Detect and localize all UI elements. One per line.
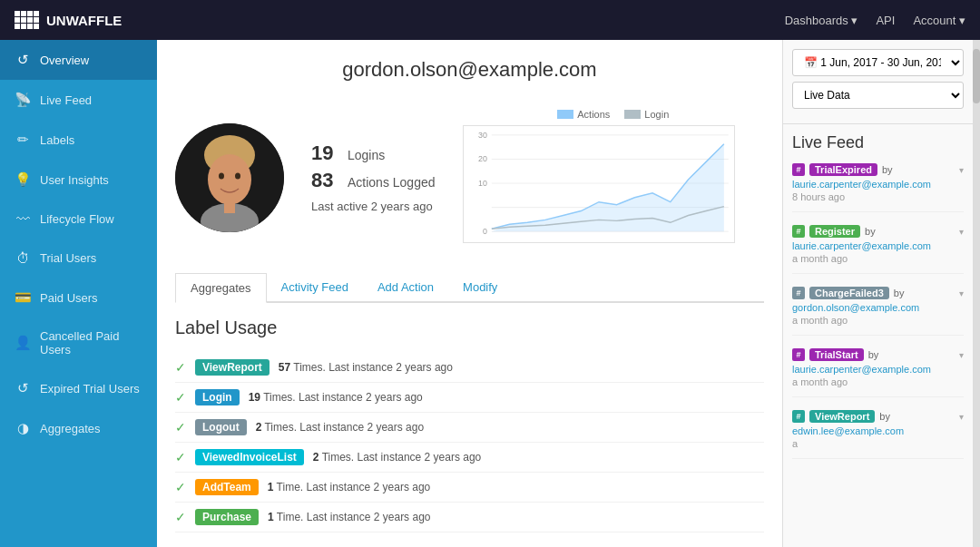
label-row: ✓ Purchase 1 Time. Last instance 2 years…	[175, 503, 764, 532]
logins-count: 19	[311, 142, 340, 165]
sidebar-label-insights: User Insights	[40, 173, 109, 187]
expand-icon[interactable]: ▾	[959, 350, 964, 360]
insights-icon: 💡	[15, 171, 31, 188]
label-row: ✓ ViewedInvoiceList 2 Times. Last instan…	[175, 443, 764, 473]
svg-text:30: 30	[478, 131, 487, 140]
api-link[interactable]: API	[876, 14, 895, 27]
right-panel: 📅 1 Jun, 2017 - 30 Jun, 2017 Live Data H…	[782, 40, 973, 547]
sidebar-label-trial: Trial Users	[40, 251, 96, 265]
expand-icon[interactable]: ▾	[959, 412, 964, 422]
sidebar-item-paid-users[interactable]: 💳 Paid Users	[0, 278, 157, 317]
label-badge: ViewedInvoiceList	[195, 449, 304, 465]
feed-by: by	[882, 164, 893, 175]
livefeed-title: Live Feed	[792, 133, 964, 152]
aggregates-icon: ◑	[15, 420, 31, 436]
tab-modify[interactable]: Modify	[448, 273, 512, 303]
feed-time: a month ago	[792, 315, 964, 326]
cancelled-icon: 👤	[15, 335, 31, 351]
feed-item: # TrialExpired by ▾ laurie.carpenter@exa…	[792, 163, 964, 212]
user-stats: 19 Logins 83 Actions Logged Last active …	[311, 142, 436, 213]
feed-hash-icon: #	[792, 410, 805, 423]
feed-event-row: # ViewReport by ▾	[792, 410, 964, 423]
account-link[interactable]: Account ▾	[913, 14, 965, 27]
check-icon: ✓	[175, 360, 186, 375]
expand-icon[interactable]: ▾	[959, 227, 964, 237]
feed-item: # ViewReport by ▾ edwin.lee@example.com …	[792, 410, 964, 459]
feed-time: 8 hours ago	[792, 191, 964, 202]
sidebar-label-overview: Overview	[40, 54, 89, 67]
label-badge: ViewReport	[195, 359, 270, 376]
data-type-select[interactable]: Live Data Historical Data	[792, 82, 964, 109]
label-usage-title: Label Usage	[175, 317, 764, 338]
sidebar-item-expired-trial-users[interactable]: ↺ Expired Trial Users	[0, 368, 157, 408]
scrollbar-track[interactable]	[973, 40, 980, 547]
tab-add-action[interactable]: Add Action	[363, 273, 448, 303]
feed-email[interactable]: laurie.carpenter@example.com	[792, 240, 964, 251]
svg-point-3	[219, 172, 224, 179]
feed-by: by	[879, 411, 890, 422]
scrollbar-thumb[interactable]	[973, 49, 980, 103]
login-legend-box	[624, 110, 641, 119]
label-badge: AddTeam	[195, 479, 259, 495]
sidebar-label-labels: Labels	[40, 133, 74, 147]
feed-event-row: # TrialStart by ▾	[792, 348, 964, 361]
sidebar-item-labels[interactable]: ✏ Labels	[0, 120, 157, 160]
svg-point-2	[208, 154, 251, 205]
expand-icon[interactable]: ▾	[959, 165, 964, 175]
user-email: gordon.olson@example.com	[175, 58, 764, 82]
sidebar-item-lifecycle-flow[interactable]: 〰 Lifecycle Flow	[0, 200, 157, 239]
dashboards-link[interactable]: Dashboards ▾	[785, 14, 858, 27]
logins-row: 19 Logins	[311, 142, 436, 165]
feed-email[interactable]: laurie.carpenter@example.com	[792, 364, 964, 375]
sidebar-item-overview[interactable]: ↺ Overview	[0, 40, 157, 80]
sidebar-item-trial-users[interactable]: ⏱ Trial Users	[0, 239, 157, 278]
content-area: gordon.olson@example.com	[157, 40, 980, 547]
sidebar-label-paid: Paid Users	[40, 291, 98, 305]
feed-time: a	[792, 438, 964, 449]
feed-event-badge: ChargeFailed3	[809, 287, 889, 299]
feed-hash-icon: #	[792, 225, 805, 238]
tab-aggregates[interactable]: Aggregates	[175, 273, 267, 303]
feed-event-row: # Register by ▾	[792, 225, 964, 238]
check-icon: ✓	[175, 390, 186, 405]
sidebar-item-aggregates[interactable]: ◑ Aggregates	[0, 408, 157, 448]
svg-marker-16	[491, 144, 723, 231]
label-row: ✓ AddTeam 1 Time. Last instance 2 years …	[175, 473, 764, 503]
sidebar-label-expired: Expired Trial Users	[40, 382, 140, 396]
feed-item: # ChargeFailed3 by ▾ gordon.olson@exampl…	[792, 287, 964, 336]
sidebar-label-livefeed: Live Feed	[40, 93, 92, 107]
feed-event-badge: TrialExpired	[809, 163, 877, 176]
sidebar-label-cancelled: Cancelled Paid Users	[40, 329, 142, 357]
feed-by: by	[865, 226, 876, 237]
lifecycle-icon: 〰	[15, 211, 31, 227]
feed-item: # Register by ▾ laurie.carpenter@example…	[792, 225, 964, 274]
feed-email[interactable]: gordon.olson@example.com	[792, 302, 964, 313]
avatar-svg	[175, 123, 284, 232]
sidebar: ↺ Overview 📡 Live Feed ✏ Labels 💡 User I…	[0, 40, 157, 547]
label-count: 57 Times. Last instance 2 years ago	[279, 361, 453, 374]
label-badge: Login	[195, 389, 240, 405]
sidebar-item-cancelled-paid-users[interactable]: 👤 Cancelled Paid Users	[0, 317, 157, 368]
feed-email[interactable]: edwin.lee@example.com	[792, 425, 964, 436]
last-active: Last active 2 years ago	[311, 200, 436, 213]
paid-icon: 💳	[15, 289, 31, 306]
label-row: ✓ ViewReport 57 Times. Last instance 2 y…	[175, 353, 764, 383]
login-legend-label: Login	[644, 109, 669, 120]
tab-activity-feed[interactable]: Activity Feed	[267, 273, 363, 303]
expand-icon[interactable]: ▾	[959, 288, 964, 298]
check-icon: ✓	[175, 420, 186, 435]
date-range-select[interactable]: 📅 1 Jun, 2017 - 30 Jun, 2017	[792, 49, 964, 76]
date-filter: 📅 1 Jun, 2017 - 30 Jun, 2017 Live Data H…	[783, 40, 973, 124]
chart-area: Actions Login	[463, 100, 764, 255]
sidebar-item-live-feed[interactable]: 📡 Live Feed	[0, 80, 157, 120]
label-badge: Purchase	[195, 509, 259, 525]
feed-email[interactable]: laurie.carpenter@example.com	[792, 179, 964, 190]
actions-label: Actions Logged	[348, 175, 436, 190]
feed-event-badge: TrialStart	[809, 348, 864, 361]
feed-items-container: # TrialExpired by ▾ laurie.carpenter@exa…	[792, 163, 964, 459]
svg-text:10: 10	[478, 179, 487, 188]
user-header: gordon.olson@example.com	[175, 58, 764, 82]
sidebar-item-user-insights[interactable]: 💡 User Insights	[0, 160, 157, 200]
label-count: 2 Times. Last instance 2 years ago	[256, 421, 424, 434]
topnav: UNWAFFLE Dashboards ▾ API Account ▾	[0, 0, 980, 40]
